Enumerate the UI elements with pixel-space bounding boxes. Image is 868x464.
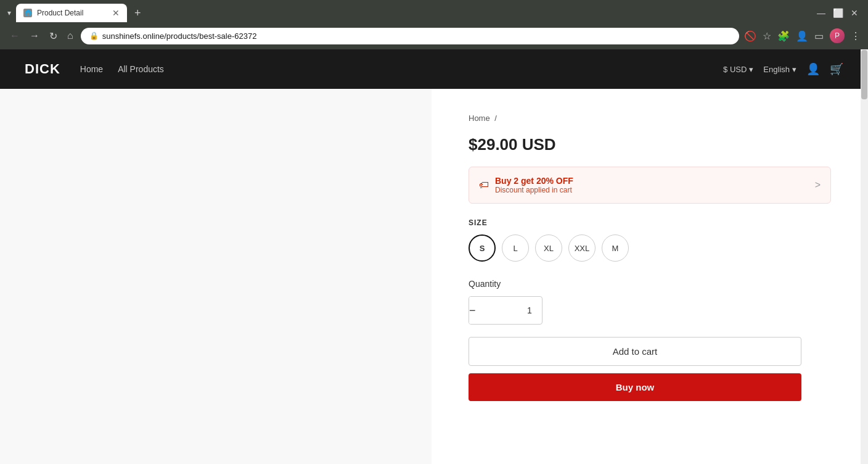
product-image-area	[0, 89, 432, 464]
header-actions: $ USD ▾ English ▾ 👤 🛒	[723, 62, 843, 76]
tag-icon: 🏷	[479, 180, 489, 191]
url-bar[interactable]: 🔒 sunshinefs.online/products/best-sale-6…	[81, 28, 739, 44]
discount-subtitle: Discount applied in cart	[495, 186, 573, 194]
buy-now-button[interactable]: Buy now	[469, 373, 801, 401]
active-tab[interactable]: 🌐 Product Detail ✕	[16, 4, 127, 22]
tab-favicon: 🌐	[23, 9, 32, 17]
breadcrumb: Home /	[469, 114, 831, 123]
quantity-input[interactable]	[476, 305, 542, 315]
currency-label: $ USD	[723, 65, 747, 74]
tab-dropdown[interactable]: ▾	[5, 6, 14, 20]
product-details: Home / $29.00 USD 🏷 Buy 2 get 20% OFF Di…	[432, 89, 868, 464]
minimize-button[interactable]: —	[817, 8, 825, 18]
discount-banner[interactable]: 🏷 Buy 2 get 20% OFF Discount applied in …	[469, 167, 831, 204]
quantity-label: Quantity	[469, 279, 831, 289]
scrollbar-track[interactable]	[861, 49, 868, 464]
discount-left: 🏷 Buy 2 get 20% OFF Discount applied in …	[479, 176, 573, 194]
back-button[interactable]: ←	[7, 28, 22, 44]
size-button-xl[interactable]: XL	[535, 234, 562, 262]
nav-all-products[interactable]: All Products	[118, 64, 164, 74]
new-tab-button[interactable]: +	[129, 4, 146, 22]
cart-icon[interactable]: 🛒	[830, 62, 843, 76]
reload-button[interactable]: ↻	[47, 28, 60, 44]
add-to-cart-button[interactable]: Add to cart	[469, 337, 801, 366]
currency-arrow-icon: ▾	[749, 65, 753, 74]
forward-button[interactable]: →	[27, 28, 42, 44]
size-options: S L XL XXL M	[469, 234, 831, 262]
account-header-icon[interactable]: 👤	[806, 62, 820, 76]
size-label: SIZE	[469, 218, 831, 227]
discount-arrow-icon: >	[815, 180, 821, 191]
quantity-decrease-button[interactable]: −	[469, 297, 476, 324]
language-arrow-icon: ▾	[792, 65, 796, 74]
site-logo[interactable]: DICK	[25, 61, 60, 77]
tab-title: Product Detail	[37, 9, 107, 17]
profile-avatar[interactable]: P	[830, 28, 845, 43]
language-selector[interactable]: English ▾	[763, 65, 796, 74]
language-label: English	[763, 65, 790, 74]
tab-close-button[interactable]: ✕	[112, 9, 120, 17]
main-content: Home / $29.00 USD 🏷 Buy 2 get 20% OFF Di…	[0, 89, 868, 464]
url-text: sunshinefs.online/products/best-sale-623…	[102, 31, 731, 41]
breadcrumb-separator: /	[494, 114, 497, 123]
nav-home[interactable]: Home	[80, 64, 103, 74]
size-button-s[interactable]: S	[469, 234, 496, 262]
browser-chrome: ▾ 🌐 Product Detail ✕ + — ⬜ ✕ ← → ↻ ⌂ 🔒 s…	[0, 0, 868, 49]
breadcrumb-home[interactable]: Home	[469, 114, 490, 123]
window-controls: — ⬜ ✕	[817, 8, 863, 18]
discount-info: Buy 2 get 20% OFF Discount applied in ca…	[495, 176, 573, 194]
maximize-button[interactable]: ⬜	[833, 8, 843, 18]
size-button-l[interactable]: L	[502, 234, 529, 262]
product-price: $29.00 USD	[469, 135, 831, 154]
site-nav: Home All Products	[80, 64, 164, 74]
discount-title: Buy 2 get 20% OFF	[495, 176, 573, 186]
sidebar-icon[interactable]: ▭	[814, 30, 824, 42]
scrollbar-thumb[interactable]	[861, 50, 867, 99]
address-bar: ← → ↻ ⌂ 🔒 sunshinefs.online/products/bes…	[0, 22, 868, 49]
menu-icon[interactable]: ⋮	[851, 30, 861, 42]
quantity-control: − +	[469, 296, 542, 325]
tab-bar: ▾ 🌐 Product Detail ✕ + — ⬜ ✕	[0, 0, 868, 22]
size-button-m[interactable]: M	[602, 234, 629, 262]
eyeoff-icon[interactable]: 🚫	[744, 30, 756, 42]
site-header: DICK Home All Products $ USD ▾ English ▾…	[0, 49, 868, 89]
browser-actions: 🚫 ☆ 🧩 👤 ▭ P ⋮	[744, 28, 861, 43]
close-button[interactable]: ✕	[851, 8, 858, 18]
bookmark-icon[interactable]: ☆	[763, 30, 771, 42]
extensions-icon[interactable]: 🧩	[777, 30, 790, 42]
size-button-xxl[interactable]: XXL	[568, 234, 596, 262]
home-button[interactable]: ⌂	[65, 28, 76, 44]
currency-selector[interactable]: $ USD ▾	[723, 65, 753, 74]
lock-icon: 🔒	[89, 31, 99, 40]
account-icon[interactable]: 👤	[796, 30, 808, 42]
